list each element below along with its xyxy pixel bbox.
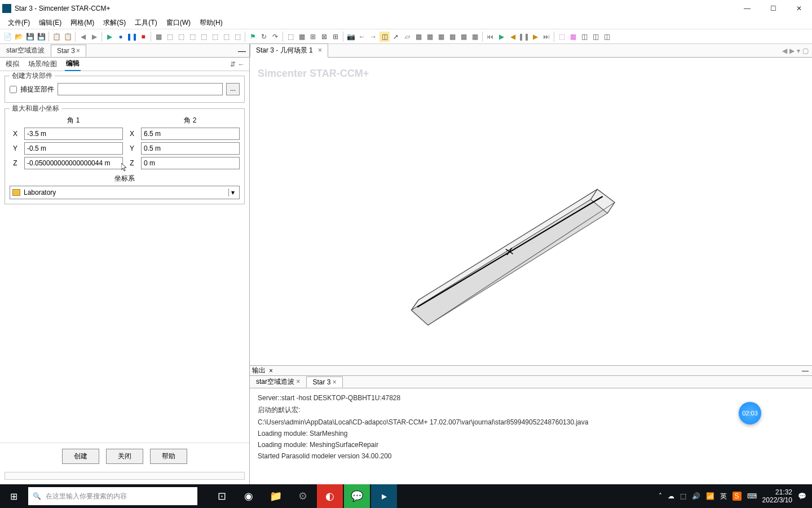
open-icon[interactable]: 📂: [14, 32, 24, 42]
x1-input[interactable]: [24, 128, 123, 140]
perspective-icon[interactable]: ▱: [402, 32, 412, 42]
explorer-icon[interactable]: 📁: [263, 484, 289, 508]
play-last-icon[interactable]: ⏭: [541, 32, 551, 42]
select-icon[interactable]: ▦: [568, 32, 578, 42]
flag-icon[interactable]: ⚑: [248, 32, 258, 42]
tool-icon[interactable]: ⬚: [210, 32, 220, 42]
x2-input[interactable]: [141, 128, 240, 140]
scene-tab-geometry[interactable]: Star 3 - 几何场景 1 ×: [250, 43, 328, 58]
next-icon[interactable]: ▶: [89, 32, 99, 42]
arrow-icon[interactable]: ➚: [391, 32, 401, 42]
tray-clock[interactable]: 21:32 2022/3/10: [762, 488, 792, 505]
start-button[interactable]: ⊞: [0, 484, 27, 508]
wechat-icon[interactable]: 💬: [344, 484, 370, 508]
copy-icon[interactable]: 📋: [51, 32, 61, 42]
play-first-icon[interactable]: ⏮: [485, 32, 495, 42]
select-icon[interactable]: ◫: [590, 32, 601, 42]
play-stepback-icon[interactable]: ◀: [508, 32, 518, 42]
pause-icon[interactable]: ❚❚: [127, 32, 137, 42]
snap-field[interactable]: [58, 83, 223, 95]
menu-mesh[interactable]: 网格(M): [67, 17, 98, 29]
maximize-window-button[interactable]: ☐: [760, 0, 786, 17]
select-icon[interactable]: ⬚: [557, 32, 567, 42]
taskbar-search[interactable]: 🔍 在这里输入你要搜索的内容: [28, 487, 197, 505]
run-icon[interactable]: ▶: [104, 32, 114, 42]
save-icon[interactable]: 💾: [25, 32, 35, 42]
new-icon[interactable]: 📄: [2, 32, 12, 42]
select-icon[interactable]: ◫: [602, 32, 612, 42]
tray-ime1[interactable]: 英: [720, 492, 727, 501]
output-minimize-icon[interactable]: —: [802, 367, 809, 375]
grid-icon[interactable]: ▦: [413, 32, 423, 42]
prev-icon[interactable]: ◀: [78, 32, 88, 42]
z1-input[interactable]: [24, 157, 123, 169]
view-icon[interactable]: ⊞: [330, 32, 341, 42]
tool-icon[interactable]: ⬚: [165, 32, 175, 42]
close-button[interactable]: 关闭: [106, 449, 143, 464]
close-tab-icon[interactable]: ×: [296, 378, 300, 386]
coord-sys-select[interactable]: Laboratory ▾: [10, 186, 240, 199]
view-icon[interactable]: ▦: [297, 32, 307, 42]
snap-checkbox[interactable]: [10, 86, 17, 93]
play-step-icon[interactable]: ▶: [530, 32, 540, 42]
viewport-3d[interactable]: Simcenter STAR-CCM+: [250, 58, 812, 366]
create-button[interactable]: 创建: [62, 449, 99, 464]
left-tab-wave[interactable]: star空域造波: [0, 43, 51, 58]
stop-icon[interactable]: ■: [138, 32, 148, 42]
tool-icon[interactable]: ⬚: [221, 32, 231, 42]
output-close-icon[interactable]: ×: [269, 367, 273, 375]
play-run-icon[interactable]: ▶: [496, 32, 506, 42]
dropdown-icon[interactable]: ▾: [228, 189, 237, 196]
minimize-window-button[interactable]: —: [734, 0, 760, 17]
paste-icon[interactable]: 📋: [63, 32, 73, 42]
output-tab-star3[interactable]: Star 3 ×: [306, 376, 342, 388]
browse-button[interactable]: ...: [226, 83, 240, 95]
step-icon[interactable]: ●: [116, 32, 126, 42]
starccm-icon[interactable]: ▸: [371, 484, 397, 508]
help-button[interactable]: 帮助: [150, 449, 187, 464]
output-body[interactable]: 02:03 Server::start -host DESKTOP-QBBHT1…: [250, 388, 812, 484]
tool-icon[interactable]: ⬚: [187, 32, 197, 42]
timer-badge[interactable]: 02:03: [739, 402, 761, 424]
menu-file[interactable]: 文件(F): [5, 17, 33, 29]
task-view-icon[interactable]: ⊡: [209, 484, 235, 508]
camera-icon[interactable]: 📷: [346, 32, 356, 42]
tool-icon[interactable]: ⬚: [176, 32, 186, 42]
y1-input[interactable]: [24, 142, 123, 155]
bounce-icon[interactable]: ↷: [270, 32, 280, 42]
back-icon[interactable]: ←: [238, 60, 245, 68]
select-icon[interactable]: ◫: [579, 32, 589, 42]
scene-menu-icon[interactable]: ▾: [797, 47, 800, 55]
grid-icon[interactable]: ▦: [447, 32, 457, 42]
subtab-edit[interactable]: 编辑: [65, 57, 81, 71]
view-icon[interactable]: ⬚: [285, 32, 295, 42]
close-tab-icon[interactable]: ×: [333, 378, 337, 386]
output-tab-wave[interactable]: star空域造波 ×: [250, 375, 306, 388]
close-window-button[interactable]: ✕: [786, 0, 812, 17]
view-icon[interactable]: ⊞: [308, 32, 318, 42]
scene-next-icon[interactable]: ▶: [789, 47, 795, 55]
save-all-icon[interactable]: 💾: [36, 32, 46, 42]
play-pause-icon[interactable]: ❚❚: [519, 32, 529, 42]
tool-icon[interactable]: ⬚: [198, 32, 209, 42]
tray-ime2[interactable]: S: [732, 492, 742, 501]
subtab-scene[interactable]: 场景/绘图: [27, 58, 58, 71]
chrome-icon[interactable]: ◉: [236, 484, 262, 508]
minimize-panel-icon[interactable]: —: [238, 46, 246, 55]
tray-net-icon[interactable]: 📶: [706, 492, 714, 500]
menu-solve[interactable]: 求解(S): [100, 17, 129, 29]
app-icon[interactable]: ◐: [317, 484, 343, 508]
filter-icon[interactable]: ⇵: [230, 60, 236, 68]
close-tab-icon[interactable]: ×: [76, 47, 80, 55]
tray-keyboard-icon[interactable]: ⌨: [747, 492, 757, 500]
mesh-icon[interactable]: ▦: [153, 32, 164, 42]
tray-bt-icon[interactable]: ⬚: [680, 492, 686, 500]
scene-max-icon[interactable]: ▢: [802, 47, 809, 55]
subtab-sim[interactable]: 模拟: [5, 58, 20, 71]
settings-icon[interactable]: ⚙: [290, 484, 316, 508]
tray-sound-icon[interactable]: 🔊: [692, 492, 700, 500]
grid-icon[interactable]: ▦: [436, 32, 446, 42]
nav-left-icon[interactable]: ←: [357, 32, 367, 42]
reload-icon[interactable]: ↻: [259, 32, 269, 42]
grid-icon[interactable]: ▦: [458, 32, 469, 42]
